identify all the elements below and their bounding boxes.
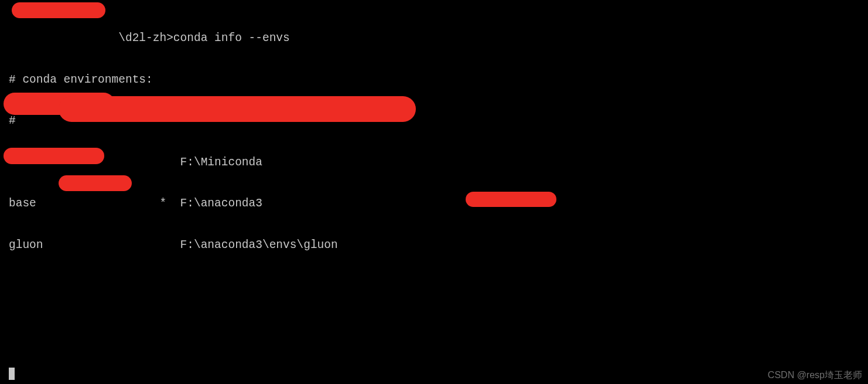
terminal-cursor (9, 368, 15, 380)
redaction-mark (4, 148, 104, 164)
redaction-mark (59, 96, 416, 122)
watermark-text: CSDN @resp埼玉老师 (768, 368, 862, 382)
output-env-miniconda: F:\Miniconda (9, 156, 868, 170)
output-env-base: base * F:\anaconda3 (9, 197, 868, 211)
redaction-mark (12, 2, 105, 18)
output-env-gluon: gluon F:\anaconda3\envs\gluon (9, 239, 868, 253)
prompt-line-conda-info: \d2l-zh>conda info --envs (9, 32, 868, 46)
redaction-mark (59, 175, 132, 191)
terminal-window[interactable]: \d2l-zh>conda info --envs # conda enviro… (0, 0, 868, 384)
output-conda-env-header: # conda environments: (9, 73, 868, 87)
redaction-mark (466, 192, 556, 207)
